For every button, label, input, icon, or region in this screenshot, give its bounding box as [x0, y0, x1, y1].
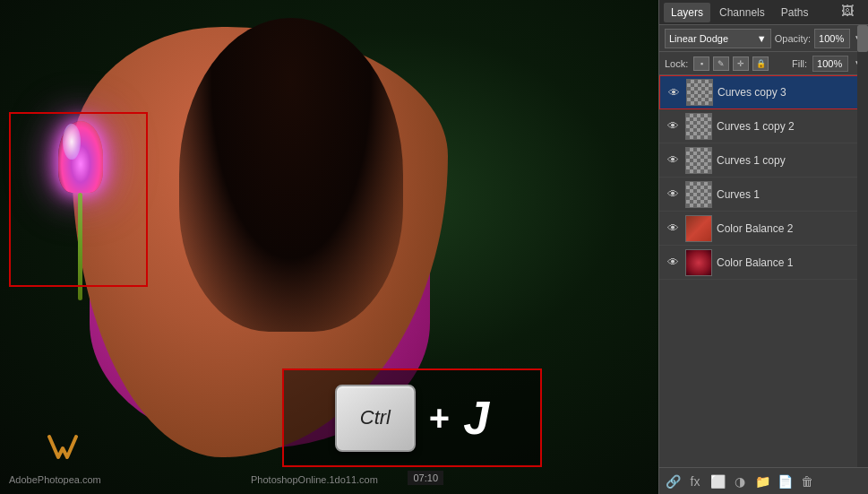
time-badge: 07:10 — [408, 471, 443, 485]
panel-icon: 🖼 — [841, 4, 854, 18]
panel-bottom-bar: 🔗 fx ⬜ ◑ 📁 📄 🗑 — [659, 467, 868, 494]
layer-name: Color Balance 2 — [717, 222, 863, 235]
woman-hair — [179, 18, 403, 332]
fill-label: Fill: — [792, 58, 807, 69]
layer-item[interactable]: 👁 Curves 1 — [659, 178, 868, 212]
thumb-color-balance — [686, 250, 711, 275]
thumb-color-balance — [686, 216, 711, 241]
layer-item[interactable]: 👁 Color Balance 1 — [659, 246, 868, 280]
layer-item[interactable]: 👁 Curves 1 copy — [659, 143, 868, 178]
tab-channels[interactable]: Channels — [712, 3, 772, 22]
layer-visibility-icon[interactable]: 👁 — [665, 186, 681, 203]
layers-list: 👁 Curves copy 3 👁 Curves 1 copy 2 👁 Curv… — [659, 75, 868, 280]
selection-box-flower — [9, 112, 148, 287]
adjustment-layer-icon[interactable]: ◑ — [731, 472, 749, 490]
layer-item[interactable]: 👁 Curves copy 3 — [659, 75, 868, 109]
add-mask-icon[interactable]: ⬜ — [709, 472, 726, 490]
lock-label: Lock: — [665, 58, 688, 69]
layer-item[interactable]: 👁 Color Balance 2 — [659, 212, 868, 246]
tab-layers[interactable]: Layers — [664, 3, 710, 22]
thumb-curves — [686, 114, 711, 139]
group-layers-icon[interactable]: 📁 — [753, 472, 771, 490]
watermark-left: AdobePhotopea.com — [9, 474, 101, 485]
thumb-curves — [686, 182, 711, 207]
layer-thumbnail — [685, 181, 712, 208]
j-key: J — [463, 391, 489, 445]
plus-sign: + — [429, 398, 450, 438]
lock-position-btn[interactable]: ✛ — [733, 56, 749, 71]
layer-item[interactable]: 👁 Curves 1 copy 2 — [659, 109, 868, 143]
layer-visibility-icon[interactable]: 👁 — [665, 118, 681, 134]
lock-transparent-btn[interactable]: ▪ — [693, 56, 709, 71]
layer-visibility-icon[interactable]: 👁 — [666, 84, 682, 100]
blend-row: Linear Dodge ▼ Opacity: 100% ▼ — [659, 25, 868, 52]
blend-mode-value: Linear Dodge — [669, 33, 728, 44]
layer-style-icon[interactable]: fx — [686, 472, 704, 490]
layers-panel: 🖼 Layers Channels Paths Linear Dodge ▼ O… — [658, 0, 868, 494]
delete-layer-icon[interactable]: 🗑 — [798, 472, 816, 490]
layer-name: Color Balance 1 — [717, 256, 863, 269]
lock-all-btn[interactable]: 🔒 — [752, 56, 769, 71]
layer-thumbnail — [685, 113, 712, 140]
lock-icons-group: ▪ ✎ ✛ 🔒 — [693, 56, 769, 71]
link-layers-icon[interactable]: 🔗 — [664, 472, 682, 490]
lock-image-btn[interactable]: ✎ — [713, 56, 729, 71]
blend-mode-select[interactable]: Linear Dodge ▼ — [665, 29, 771, 48]
canvas-area: Ctrl + J AdobePhotopea.com PhotoshopOnli… — [0, 0, 658, 494]
scroll-bar[interactable] — [857, 25, 868, 467]
fill-value[interactable]: 100% — [812, 56, 848, 72]
layer-thumbnail — [685, 249, 712, 276]
thumb-curves — [687, 80, 712, 105]
layer-visibility-icon[interactable]: 👁 — [665, 221, 681, 237]
layer-name: Curves 1 copy — [717, 154, 863, 167]
opacity-label: Opacity: — [775, 33, 811, 44]
panel-tabs: Layers Channels Paths — [659, 0, 868, 25]
logo-mark — [45, 432, 81, 467]
layer-visibility-icon[interactable]: 👁 — [665, 255, 681, 271]
layer-visibility-icon[interactable]: 👁 — [665, 152, 681, 169]
opacity-value[interactable]: 100% — [814, 29, 850, 48]
ctrl-key: Ctrl — [335, 385, 416, 452]
layer-name: Curves copy 3 — [718, 86, 862, 99]
thumb-curves — [686, 148, 711, 173]
layer-name: Curves 1 — [717, 188, 863, 201]
layer-name: Curves 1 copy 2 — [717, 120, 863, 133]
new-layer-icon[interactable]: 📄 — [776, 472, 794, 490]
watermark-center: PhotoshopOnline.1do11.com — [251, 474, 378, 485]
blend-mode-arrow: ▼ — [757, 33, 767, 44]
canvas-background: Ctrl + J AdobePhotopea.com PhotoshopOnli… — [0, 0, 658, 494]
shortcut-overlay: Ctrl + J — [282, 368, 542, 467]
layer-thumbnail — [686, 79, 713, 106]
layer-thumbnail — [685, 147, 712, 174]
tab-paths[interactable]: Paths — [774, 3, 816, 22]
layer-thumbnail — [685, 215, 712, 242]
scroll-thumb[interactable] — [857, 25, 868, 52]
lock-row: Lock: ▪ ✎ ✛ 🔒 Fill: 100% ▼ — [659, 52, 868, 75]
